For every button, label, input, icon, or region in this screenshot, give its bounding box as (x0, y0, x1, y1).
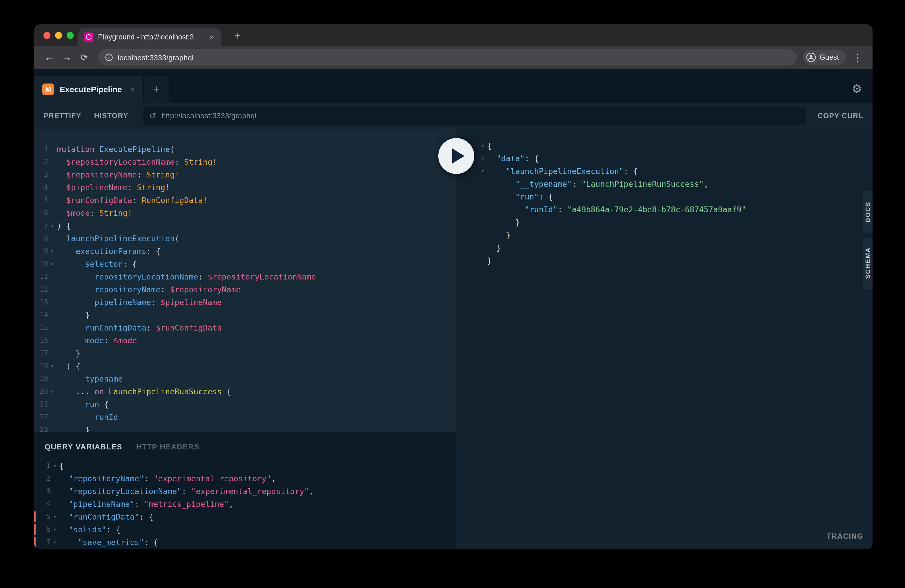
fold-caret-icon[interactable]: ▾ (48, 219, 57, 232)
fold-spacer (48, 143, 57, 156)
query-editor[interactable]: 1mutation ExecutePipeline(2 $repositoryL… (34, 129, 456, 432)
code-line: } (456, 229, 873, 241)
code-line: ▾ "data": { (456, 152, 873, 165)
code-line: 7▾) { (34, 219, 456, 232)
fold-spacer (51, 497, 59, 510)
fold-spacer (48, 194, 57, 207)
code-line: } (456, 241, 873, 254)
code-line: 10▾ selector: { (34, 257, 456, 270)
tab-http-headers[interactable]: HTTP HEADERS (136, 442, 200, 451)
history-button[interactable]: HISTORY (94, 111, 128, 120)
code-line: 1▾{ (34, 459, 456, 472)
code-line: 5▾ "runConfigData": { (34, 510, 456, 523)
prettify-button[interactable]: PRETTIFY (43, 111, 81, 120)
line-number: 16 (34, 334, 48, 347)
fold-caret-icon[interactable]: ▾ (51, 510, 59, 523)
fold-caret-icon[interactable]: ▾ (51, 536, 59, 548)
code-line: 22 runId (34, 410, 456, 423)
code-line: 18▾ ) { (34, 359, 456, 372)
line-number: 1 (34, 143, 48, 156)
tab-title: ExecutePipeline (60, 85, 122, 94)
code-text: pipelineName: $pipelineName (57, 296, 456, 308)
zoom-window-button[interactable] (67, 32, 74, 39)
settings-gear-icon[interactable]: ⚙ (852, 82, 862, 96)
endpoint-url: http://localhost:3333/graphql (162, 111, 257, 120)
browser-new-tab-button[interactable]: + (230, 27, 246, 46)
code-text: run { (57, 398, 456, 410)
fold-spacer (478, 178, 487, 190)
line-number: 11 (34, 270, 48, 283)
fold-spacer (48, 423, 57, 432)
fold-caret-icon[interactable]: ▾ (51, 523, 59, 536)
code-text: runConfigData: $runConfigData (57, 321, 456, 334)
code-line: 3 $repositoryName: String! (34, 168, 456, 181)
code-line: } (456, 216, 873, 229)
browser-tab-close-icon[interactable]: × (208, 32, 215, 42)
tab-query-variables[interactable]: QUERY VARIABLES (44, 442, 122, 451)
line-number: 20 (34, 385, 48, 398)
playground-tab-bar: M ExecutePipeline × + ⚙ (34, 69, 873, 103)
fold-spacer (48, 283, 57, 296)
fold-caret-icon[interactable]: ▾ (48, 359, 57, 372)
back-button[interactable]: ← (41, 49, 57, 65)
tab-close-icon[interactable]: × (130, 85, 135, 94)
close-window-button[interactable] (43, 32, 51, 39)
code-line: 12 repositoryName: $repositoryName (34, 283, 456, 296)
forward-button[interactable]: → (59, 49, 75, 65)
graphql-playground-favicon-icon (84, 32, 93, 42)
fold-caret-icon[interactable]: ▾ (48, 257, 57, 270)
code-text: ) { (57, 359, 456, 372)
line-number: 13 (34, 296, 48, 308)
code-line: 3 "repositoryLocationName": "experimenta… (34, 485, 456, 497)
browser-menu-icon[interactable]: ⋮ (849, 52, 865, 63)
profile-button[interactable]: Guest (803, 50, 846, 65)
execute-query-button[interactable] (438, 138, 474, 174)
tracing-bar[interactable]: TRACING (456, 524, 873, 549)
code-line: "runId": "a49b864a-79e2-4be8-b78c-687457… (456, 203, 873, 216)
docs-side-tab[interactable]: DOCS (863, 191, 873, 233)
fold-caret-icon[interactable]: ▾ (48, 385, 57, 398)
fold-spacer (48, 321, 57, 334)
minimize-window-button[interactable] (55, 32, 62, 39)
endpoint-history-icon[interactable]: ↺ (149, 110, 157, 121)
browser-tab[interactable]: Playground - http://localhost:3 × (78, 29, 221, 46)
reload-button[interactable]: ⟳ (76, 49, 92, 65)
avatar-icon (806, 52, 816, 63)
fold-spacer (48, 296, 57, 308)
line-number: 5 (34, 510, 51, 523)
code-text: "runConfigData": { (59, 510, 456, 523)
code-text: __typename (57, 372, 456, 385)
url-bar[interactable]: localhost:3333/graphql (98, 49, 797, 65)
fold-caret-icon[interactable]: ▾ (478, 152, 487, 165)
code-line: ▾ "launchPipelineExecution": { (456, 165, 873, 178)
fold-spacer (48, 398, 57, 410)
tab-execute-pipeline[interactable]: M ExecutePipeline × (34, 76, 143, 103)
fold-caret-icon[interactable]: ▾ (478, 139, 487, 152)
code-line: 11 repositoryLocationName: $repositoryLo… (34, 270, 456, 283)
code-text: } (57, 423, 456, 432)
endpoint-input[interactable]: ↺ http://localhost:3333/graphql (143, 107, 806, 124)
code-line: 14 } (34, 308, 456, 321)
code-text: { (59, 459, 456, 472)
code-text: "run": { (487, 190, 873, 203)
new-query-tab-button[interactable]: + (144, 76, 168, 103)
browser-window: Playground - http://localhost:3 × + ← → … (34, 24, 873, 549)
fold-caret-icon[interactable]: ▾ (51, 459, 59, 472)
fold-spacer (48, 207, 57, 219)
line-number: 10 (34, 257, 48, 270)
code-text: "launchPipelineExecution": { (487, 165, 873, 178)
fold-caret-icon[interactable]: ▾ (478, 165, 487, 178)
graphql-playground: M ExecutePipeline × + ⚙ PRETTIFY HISTORY… (34, 69, 873, 549)
site-info-icon[interactable] (105, 53, 113, 62)
schema-side-tab[interactable]: SCHEMA (863, 238, 873, 289)
code-text: } (487, 241, 873, 254)
code-text: } (487, 216, 873, 229)
variables-editor[interactable]: 1▾{2 "repositoryName": "experimental_rep… (34, 459, 456, 548)
code-line: 23 } (34, 423, 456, 432)
line-number: 19 (34, 372, 48, 385)
code-line: 9▾ executionParams: { (34, 245, 456, 257)
fold-caret-icon[interactable]: ▾ (48, 245, 57, 257)
code-text: { (487, 139, 873, 152)
code-text: $pipelineName: String! (57, 181, 456, 194)
copy-curl-button[interactable]: COPY CURL (818, 111, 863, 120)
